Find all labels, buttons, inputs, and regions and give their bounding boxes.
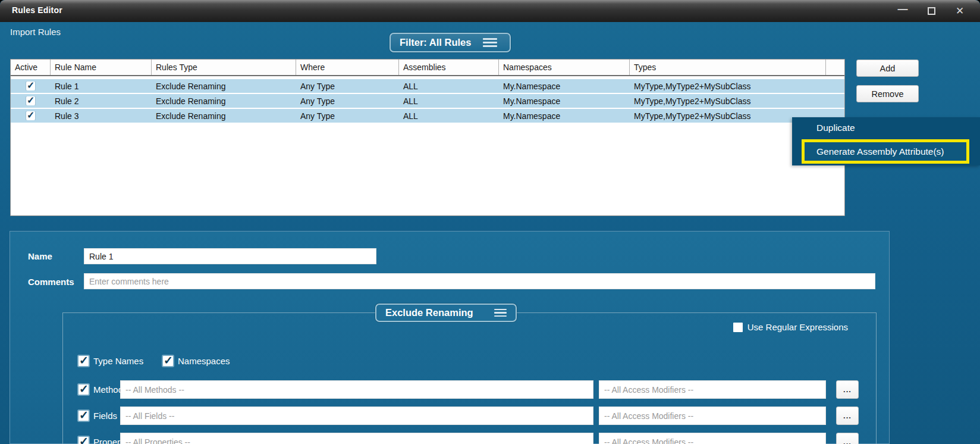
fields-checkbox[interactable] — [78, 411, 89, 421]
methods-checkbox[interactable] — [78, 384, 89, 395]
cell-namespaces: My.Namespace — [499, 82, 630, 91]
active-checkbox[interactable] — [26, 96, 35, 105]
use-regular-expressions-label: Use Regular Expressions — [747, 322, 848, 332]
remove-button[interactable]: Remove — [856, 85, 919, 102]
cell-rules-type: Exclude Renaming — [152, 96, 296, 106]
menu-item-duplicate[interactable]: Duplicate — [792, 117, 980, 138]
hamburger-icon — [483, 38, 497, 47]
cell-namespaces: My.Namespace — [499, 111, 630, 121]
cell-assemblies: ALL — [399, 111, 499, 121]
name-label: Name — [28, 251, 52, 261]
table-row[interactable]: Rule 1 Exclude Renaming Any Type ALL My.… — [11, 79, 844, 93]
namespaces-label: Namespaces — [178, 356, 230, 366]
methods-filter-input[interactable] — [120, 380, 593, 399]
cell-rule-name: Rule 3 — [51, 111, 152, 121]
use-regex-row: Use Regular Expressions — [733, 322, 848, 332]
comments-input[interactable] — [84, 273, 875, 289]
cell-rule-name: Rule 1 — [51, 82, 152, 91]
cell-namespaces: My.Namespace — [499, 96, 630, 106]
methods-access-modifiers-input[interactable] — [599, 380, 826, 399]
cell-where: Any Type — [296, 82, 399, 91]
fields-access-modifiers-input[interactable] — [599, 407, 826, 425]
methods-more-button[interactable]: ... — [836, 380, 859, 399]
column-header-filler — [826, 60, 844, 75]
cell-assemblies: ALL — [399, 96, 499, 106]
namespaces-row: Namespaces — [163, 356, 230, 366]
properties-access-modifiers-input[interactable] — [599, 433, 826, 444]
type-names-row: Type Names — [78, 356, 143, 366]
table-row[interactable]: Rule 3 Exclude Renaming Any Type ALL My.… — [11, 109, 844, 123]
rules-table: Active Rule Name Rules Type Where Assemb… — [10, 59, 845, 216]
exclude-renaming-fieldset: Use Regular Expressions Type Names Names… — [62, 312, 877, 444]
window-title: Rules Editor — [12, 5, 62, 15]
properties-filter-input[interactable] — [120, 433, 593, 444]
maximize-button[interactable] — [919, 3, 943, 20]
name-input[interactable] — [84, 248, 376, 264]
comments-label: Comments — [28, 277, 74, 287]
menu-item-generate-assembly-attributes[interactable]: Generate Assembly Attribute(s) — [802, 139, 969, 164]
filter-button-label: Filter: All Rules — [400, 37, 471, 48]
cell-rule-name: Rule 2 — [51, 96, 152, 106]
hamburger-icon — [494, 309, 507, 317]
close-icon: ✕ — [956, 5, 964, 17]
column-header-types[interactable]: Types — [630, 60, 826, 75]
table-header-row: Active Rule Name Rules Type Where Assemb… — [11, 60, 844, 76]
table-row[interactable]: Rule 2 Exclude Renaming Any Type ALL My.… — [11, 94, 844, 108]
properties-checkbox[interactable] — [78, 437, 89, 444]
column-header-where[interactable]: Where — [296, 60, 399, 75]
close-button[interactable]: ✕ — [948, 3, 972, 20]
properties-more-button[interactable]: ... — [836, 433, 859, 444]
rules-editor-window: Rules Editor — ✕ Import Rules Filter: Al… — [0, 0, 980, 444]
titlebar: Rules Editor — ✕ — [0, 0, 980, 22]
column-header-assemblies[interactable]: Assemblies — [399, 60, 499, 75]
cell-rules-type: Exclude Renaming — [152, 82, 296, 91]
cell-types: MyType,MyType2+MySubClass — [630, 96, 826, 106]
cell-types: MyType,MyType2+MySubClass — [630, 82, 826, 91]
cell-where: Any Type — [296, 96, 399, 106]
filter-dropdown-button[interactable]: Filter: All Rules — [390, 33, 511, 52]
rule-type-button-label: Exclude Renaming — [385, 307, 473, 318]
fields-label: Fields — [93, 411, 117, 421]
type-names-label: Type Names — [93, 356, 143, 366]
type-names-checkbox[interactable] — [78, 356, 89, 366]
active-checkbox[interactable] — [26, 111, 35, 120]
import-rules-label[interactable]: Import Rules — [10, 27, 61, 37]
fields-more-button[interactable]: ... — [836, 407, 859, 425]
rule-type-dropdown-button[interactable]: Exclude Renaming — [375, 304, 517, 322]
cell-rules-type: Exclude Renaming — [152, 111, 296, 121]
use-regular-expressions-checkbox[interactable] — [733, 323, 743, 332]
column-header-namespaces[interactable]: Namespaces — [499, 60, 630, 75]
add-button[interactable]: Add — [856, 60, 919, 77]
active-checkbox[interactable] — [26, 82, 35, 90]
column-header-rule-name[interactable]: Rule Name — [51, 60, 152, 75]
minimize-button[interactable]: — — [891, 3, 915, 20]
window-controls: — ✕ — [891, 0, 972, 22]
rule-details-panel: Name Comments Exclude Renaming Use Regul… — [10, 231, 890, 444]
maximize-icon — [928, 7, 935, 15]
fields-filter-input[interactable] — [120, 407, 593, 425]
context-menu: Duplicate Generate Assembly Attribute(s) — [792, 117, 980, 165]
column-header-active[interactable]: Active — [11, 60, 51, 75]
cell-where: Any Type — [296, 111, 399, 121]
cell-assemblies: ALL — [399, 82, 499, 91]
minimize-icon: — — [898, 4, 908, 15]
namespaces-checkbox[interactable] — [163, 356, 173, 366]
column-header-rules-type[interactable]: Rules Type — [152, 60, 296, 75]
table-body: Rule 1 Exclude Renaming Any Type ALL My.… — [11, 76, 844, 123]
